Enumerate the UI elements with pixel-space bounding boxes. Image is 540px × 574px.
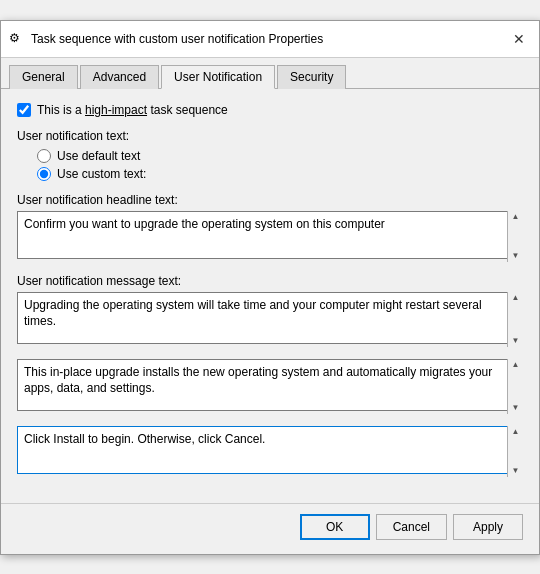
properties-window: ⚙ Task sequence with custom user notific… <box>0 20 540 555</box>
high-impact-row: This is a high-impact task sequence <box>17 103 523 117</box>
scroll-down-arrow[interactable]: ▼ <box>512 404 520 412</box>
high-impact-checkbox[interactable] <box>17 103 31 117</box>
scroll-down-arrow[interactable]: ▼ <box>512 252 520 260</box>
ok-button[interactable]: OK <box>300 514 370 540</box>
headline-wrapper: Confirm you want to upgrade the operatin… <box>17 211 523 262</box>
tab-advanced[interactable]: Advanced <box>80 65 159 89</box>
headline-textarea[interactable]: Confirm you want to upgrade the operatin… <box>17 211 523 259</box>
message2-textarea[interactable]: This in-place upgrade installs the new o… <box>17 359 523 411</box>
radio-default[interactable] <box>37 149 51 163</box>
window-icon: ⚙ <box>9 31 25 47</box>
headline-label: User notification headline text: <box>17 193 523 207</box>
message2-wrapper: This in-place upgrade installs the new o… <box>17 359 523 414</box>
message1-scrollbar[interactable]: ▲ ▼ <box>507 292 523 347</box>
message3-wrapper: Click Install to begin. Otherwise, click… <box>17 426 523 477</box>
radio-default-label: Use default text <box>57 149 140 163</box>
scroll-up-arrow[interactable]: ▲ <box>512 361 520 369</box>
high-impact-underline: high-impact <box>85 103 147 117</box>
title-bar-left: ⚙ Task sequence with custom user notific… <box>9 31 323 47</box>
message3-textarea[interactable]: Click Install to begin. Otherwise, click… <box>17 426 523 474</box>
message1-textarea[interactable]: Upgrading the operating system will take… <box>17 292 523 344</box>
tab-user-notification[interactable]: User Notification <box>161 65 275 89</box>
tab-content: This is a high-impact task sequence User… <box>1 89 539 503</box>
scroll-up-arrow[interactable]: ▲ <box>512 294 520 302</box>
scroll-down-arrow[interactable]: ▼ <box>512 467 520 475</box>
apply-button[interactable]: Apply <box>453 514 523 540</box>
radio-default-row: Use default text <box>37 149 523 163</box>
window-title: Task sequence with custom user notificat… <box>31 32 323 46</box>
close-button[interactable]: ✕ <box>507 27 531 51</box>
headline-scrollbar[interactable]: ▲ ▼ <box>507 211 523 262</box>
high-impact-label: This is a high-impact task sequence <box>37 103 228 117</box>
radio-custom-label: Use custom text: <box>57 167 146 181</box>
radio-custom-row: Use custom text: <box>37 167 523 181</box>
title-bar: ⚙ Task sequence with custom user notific… <box>1 21 539 58</box>
message1-wrapper: Upgrading the operating system will take… <box>17 292 523 347</box>
scroll-up-arrow[interactable]: ▲ <box>512 213 520 221</box>
footer: OK Cancel Apply <box>1 503 539 554</box>
message-label: User notification message text: <box>17 274 523 288</box>
message3-scrollbar[interactable]: ▲ ▼ <box>507 426 523 477</box>
scroll-up-arrow[interactable]: ▲ <box>512 428 520 436</box>
notification-text-label: User notification text: <box>17 129 523 143</box>
radio-group: Use default text Use custom text: <box>37 149 523 181</box>
tab-security[interactable]: Security <box>277 65 346 89</box>
radio-custom[interactable] <box>37 167 51 181</box>
tab-bar: General Advanced User Notification Secur… <box>1 58 539 89</box>
cancel-button[interactable]: Cancel <box>376 514 447 540</box>
tab-general[interactable]: General <box>9 65 78 89</box>
scroll-down-arrow[interactable]: ▼ <box>512 337 520 345</box>
message2-scrollbar[interactable]: ▲ ▼ <box>507 359 523 414</box>
